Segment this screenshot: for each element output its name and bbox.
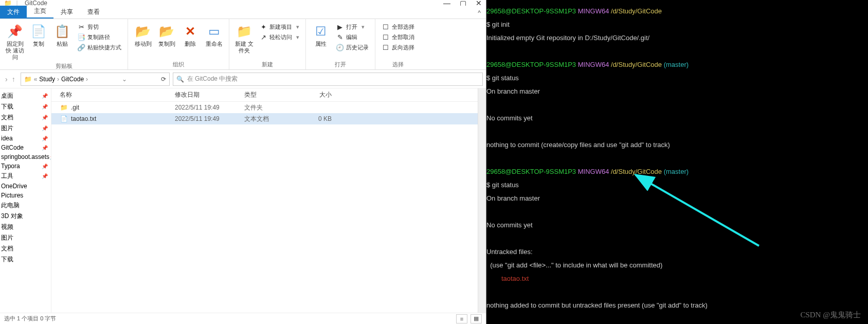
ribbon-group-open: ☑属性 ▶打开▾ ✎编辑 🕘历史记录 打开 [306, 19, 375, 69]
nav-item[interactable]: 视频 [0, 222, 51, 232]
file-rows: 📁.git2022/5/11 19:49文件夹📄taotao.txt2022/5… [51, 102, 486, 313]
open-icon: ▶ [336, 23, 344, 31]
chevron-down-icon: ▾ [361, 24, 365, 30]
ribbon: 📌 固定到快 速访问 📄 复制 📋 粘贴 ✂剪切 📑复制路径 🔗粘贴快捷方式 [0, 19, 486, 70]
properties-icon: ☑ [313, 23, 329, 40]
nav-item[interactable]: springboot.assets📌 [0, 152, 51, 161]
nav-item[interactable]: 桌面📌 [0, 91, 51, 101]
pin-icon: 📌 [7, 23, 23, 40]
nav-item[interactable]: 下载 [0, 254, 51, 265]
tab-share[interactable]: 共享 [53, 6, 80, 19]
copy-to-button[interactable]: 📂复制到 [156, 21, 177, 47]
scrollbar[interactable] [478, 88, 486, 313]
tab-file[interactable]: 文件 [0, 6, 27, 19]
edit-button[interactable]: ✎编辑 [334, 32, 371, 42]
chevron-right-icon[interactable]: › [5, 75, 8, 83]
nav-item[interactable]: GitCode📌 [0, 143, 51, 152]
pin-icon: 📌 [42, 125, 48, 131]
maximize-button[interactable]: ▢ [460, 0, 466, 6]
col-date[interactable]: 修改日期 [175, 91, 244, 99]
chevron-down-icon: ▾ [296, 34, 299, 41]
shortcut-icon: 🔗 [77, 43, 85, 51]
icons-view-button[interactable]: ▦ [471, 314, 482, 323]
col-name[interactable]: 名称 [51, 91, 175, 99]
copy-button[interactable]: 📄 复制 [28, 21, 49, 47]
history-button[interactable]: 🕘历史记录 [334, 43, 371, 52]
ribbon-expand-icon[interactable]: ^ [473, 7, 486, 19]
nav-item[interactable]: 此电脑 [0, 200, 51, 211]
col-type[interactable]: 类型 [244, 91, 301, 99]
nav-item[interactable]: 图片 [0, 232, 51, 243]
chevron-icon: « [34, 76, 38, 83]
search-input[interactable]: 🔍 在 GitCode 中搜索 [173, 73, 483, 86]
easy-access-button[interactable]: ↗轻松访问▾ [257, 32, 301, 42]
navigation-pane[interactable]: 桌面📌下载📌文档📌图片📌idea📌GitCode📌springboot.asse… [0, 88, 51, 313]
table-row[interactable]: 📁.git2022/5/11 19:49文件夹 [51, 102, 486, 113]
watermark: CSDN @鬼鬼骑士 [800, 311, 861, 319]
nav-item[interactable]: 工具📌 [0, 171, 51, 182]
pin-quick-access-button[interactable]: 📌 固定到快 速访问 [4, 21, 26, 61]
refresh-icon[interactable]: ⟳ [161, 76, 166, 83]
properties-button[interactable]: ☑属性 [310, 21, 332, 47]
cut-button[interactable]: ✂剪切 [75, 22, 123, 31]
tab-view[interactable]: 查看 [80, 6, 107, 19]
nav-item[interactable]: 文档📌 [0, 112, 51, 123]
chevron-icon: › [86, 76, 88, 83]
file-icon: 📄 [60, 115, 68, 123]
search-icon: 🔍 [176, 76, 184, 83]
up-icon[interactable]: ↑ [12, 75, 15, 83]
select-all-button[interactable]: ☐全部选择 [379, 22, 417, 31]
easy-access-icon: ↗ [259, 33, 267, 41]
nav-item[interactable]: 文档 [0, 243, 51, 254]
chevron-icon: › [57, 76, 59, 83]
chevron-down-icon: ▾ [296, 24, 299, 30]
select-none-button[interactable]: ☐全部取消 [379, 32, 417, 42]
paste-button[interactable]: 📋 粘贴 [51, 21, 73, 47]
select-none-icon: ☐ [382, 33, 390, 41]
folder-icon: 📁 [60, 103, 68, 112]
nav-item[interactable]: 图片📌 [0, 123, 51, 134]
invert-selection-button[interactable]: ☐反向选择 [379, 43, 417, 52]
delete-icon: ✕ [182, 23, 198, 40]
history-icon: 🕘 [336, 43, 344, 51]
breadcrumb-seg[interactable]: GitCode [61, 76, 84, 83]
nav-item[interactable]: OneDrive [0, 182, 51, 191]
nav-item[interactable]: Typora📌 [0, 161, 51, 171]
copy-to-icon: 📂 [158, 23, 175, 40]
pin-icon: 📌 [42, 93, 48, 99]
details-view-button[interactable]: ≡ [456, 314, 467, 323]
address-bar[interactable]: 📁 « Study › GitCode › ⌄ ⟳ [21, 73, 170, 86]
open-button[interactable]: ▶打开▾ [334, 22, 371, 31]
ribbon-tabs: 文件 主页 共享 查看 ^ [0, 6, 486, 19]
close-button[interactable]: ✕ [476, 0, 482, 6]
table-row[interactable]: 📄taotao.txt2022/5/11 19:49文本文档0 KB [51, 113, 486, 124]
nav-item[interactable]: Pictures [0, 191, 51, 200]
column-headers[interactable]: 名称 修改日期 类型 大小 [51, 88, 486, 102]
ribbon-group-clipboard: 📌 固定到快 速访问 📄 复制 📋 粘贴 ✂剪切 📑复制路径 🔗粘贴快捷方式 [0, 19, 128, 69]
paste-icon: 📋 [54, 23, 70, 40]
minimize-button[interactable]: — [443, 0, 450, 6]
tab-home[interactable]: 主页 [27, 5, 53, 19]
window-titlebar: 📁 | GitCode — ▢ ✕ [0, 0, 486, 6]
nav-item[interactable]: 3D 对象 [0, 211, 51, 222]
paste-shortcut-button[interactable]: 🔗粘贴快捷方式 [75, 43, 123, 52]
pin-icon: 📌 [42, 104, 48, 110]
rename-icon: ▭ [206, 23, 222, 40]
move-to-button[interactable]: 📂移动到 [132, 21, 154, 47]
breadcrumb-seg[interactable]: Study [39, 76, 55, 83]
folder-icon: 📁 [24, 76, 32, 83]
nav-item[interactable]: idea📌 [0, 134, 51, 143]
rename-button[interactable]: ▭重命名 [203, 21, 225, 47]
new-folder-button[interactable]: 📁新建 文件夹 [233, 21, 255, 54]
chevron-down-icon[interactable]: ⌄ [120, 76, 129, 83]
pin-icon: 📌 [42, 115, 48, 120]
col-size[interactable]: 大小 [301, 91, 337, 99]
nav-item[interactable]: 下载📌 [0, 101, 51, 112]
file-explorer: 📁 | GitCode — ▢ ✕ 文件 主页 共享 查看 ^ 📌 固定到快 速… [0, 0, 486, 324]
copy-path-button[interactable]: 📑复制路径 [75, 32, 123, 42]
ribbon-group-new: 📁新建 文件夹 ✦新建项目▾ ↗轻松访问▾ 新建 [229, 19, 306, 69]
new-item-button[interactable]: ✦新建项目▾ [257, 22, 301, 31]
git-bash-terminal[interactable]: 29658@DESKTOP-9SSM1P3 MINGW64 /d/Study/G… [486, 0, 868, 324]
delete-button[interactable]: ✕删除 [179, 21, 201, 47]
edit-icon: ✎ [336, 33, 344, 41]
